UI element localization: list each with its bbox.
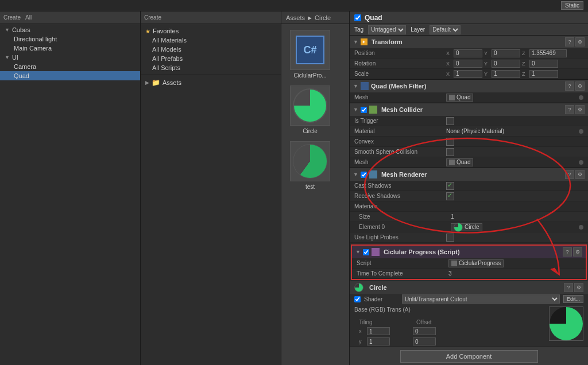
mesh-collider-settings-btn[interactable]: ? [565,105,574,114]
fav-all-scripts[interactable]: All Scripts [141,63,281,72]
scale-z-input[interactable] [529,70,558,78]
static-badge[interactable]: Static [561,1,583,10]
is-trigger-checkbox[interactable] [446,117,454,125]
x-tiling-input[interactable] [367,327,390,335]
mesh-collider-gear-btn[interactable]: ⚙ [575,105,585,114]
mesh-filter-gear-btn[interactable]: ⚙ [575,81,585,91]
position-x-input[interactable] [454,49,482,57]
base-rgb-section: Base (RGB) Trans (A) Tiling Offset x [350,304,588,347]
y-tiling-row: y [359,337,579,346]
mesh-filter-section: ▼ Quad (Mesh Filter) ? ⚙ Mesh [350,80,588,103]
script-ref-value: CiclularProgress [448,259,581,267]
hier-item-maincamera[interactable]: Main Camera [0,44,140,53]
rotation-x-input[interactable] [454,60,482,68]
favorites-header[interactable]: ★ Favorites [141,26,281,36]
script-section: ▼ Ciclular Progress (Script) ? ⚙ Script [351,244,587,280]
convex-value [446,138,583,146]
y-tiling-input[interactable] [367,337,390,345]
mesh-filter-settings: ? ⚙ [565,81,585,91]
scale-label: Scale [354,71,446,77]
texture-preview [550,307,583,340]
position-y-input[interactable] [492,49,520,57]
fav-all-prefabs[interactable]: All Prefabs [141,54,281,63]
smooth-checkbox[interactable] [446,148,454,156]
collider-material-dot [579,129,583,134]
script-header[interactable]: ▼ Ciclular Progress (Script) ? ⚙ [352,246,586,258]
asset-item-circle[interactable]: Circle [287,86,333,134]
mesh-collider-header[interactable]: ▼ Mesh Collider ? ⚙ [350,103,588,116]
object-name: Quad [365,14,382,22]
transform-title: Transform [372,38,563,45]
create-label[interactable]: Create [3,14,21,21]
is-trigger-row: Is Trigger [350,116,588,126]
fav-all-materials[interactable]: All Materials [141,36,281,45]
favorites-section: ★ Favorites All Materials All Models All… [141,24,281,75]
circle-material-header[interactable]: Circle ? ⚙ [350,281,588,294]
asset-label-circle: Circle [303,128,318,134]
shader-row: Shader Unlit/Transparent Cutout Edit... [350,294,588,304]
mesh-renderer-settings-btn[interactable]: ? [565,170,574,179]
hier-item-quad[interactable]: Quad [0,71,140,80]
mesh-renderer-header[interactable]: ▼ Mesh Renderer ? ⚙ [350,168,588,181]
x-offset-input[interactable] [413,327,436,335]
mesh-filter-title: Quad (Mesh Filter) [371,83,563,90]
size-label: Size [359,213,451,220]
rotation-y-input[interactable] [492,60,520,68]
transform-settings-btn[interactable]: ? [565,37,574,46]
mesh-renderer-settings: ? ⚙ [565,170,585,179]
y-offset-input[interactable] [413,337,436,345]
hier-label-quad: Quad [14,72,29,79]
scale-y-input[interactable] [492,70,520,78]
script-gear-btn[interactable]: ⚙ [573,247,582,257]
transform-gear-btn[interactable]: ⚙ [575,37,585,46]
x-offset-sub [413,327,436,335]
mesh-renderer-enabled[interactable] [361,172,367,178]
light-probes-checkbox[interactable] [446,234,454,242]
add-component-button[interactable]: Add Component [400,350,538,363]
mesh-filter-settings-btn[interactable]: ? [565,81,574,91]
mesh-filter-header[interactable]: ▼ Quad (Mesh Filter) ? ⚙ [350,80,588,92]
shader-select[interactable]: Unlit/Transparent Cutout [402,294,560,304]
rotation-z-input[interactable] [529,60,558,68]
element0-value: Circle [451,223,583,231]
asset-item-script[interactable]: C# CiclularPro... [287,30,333,79]
script-ref-row: Script CiclularProgress [352,258,586,269]
collider-mesh-ref: Quad [446,158,473,166]
cs-icon: C# [296,36,324,64]
fav-all-models[interactable]: All Models [141,45,281,54]
asset-item-test[interactable]: test [287,141,333,190]
project-create-label[interactable]: Create [144,14,161,21]
shader-checkbox[interactable] [354,296,361,302]
tag-select[interactable]: Untagged [368,25,406,34]
hier-item-directional[interactable]: Directional light [0,34,140,44]
tiling-col-label: Tiling [359,319,405,325]
position-z-input[interactable] [529,49,567,57]
all-label[interactable]: All [25,14,32,21]
mesh-renderer-gear-btn[interactable]: ⚙ [575,170,585,179]
circle-mat-settings: ? ⚙ [564,283,583,292]
cast-shadows-checkbox[interactable] [446,182,454,190]
hier-item-camera[interactable]: Camera [0,62,140,71]
circle-mat-settings-btn[interactable]: ? [564,283,573,292]
assets-folder[interactable]: ▶ 📁 Assets [145,77,276,88]
script-enabled[interactable] [363,249,369,255]
script-settings-btn[interactable]: ? [563,247,572,257]
convex-checkbox[interactable] [446,138,454,146]
hier-item-ui[interactable]: ▼ UI [0,53,140,62]
transform-header[interactable]: ▼ ✦ Transform ? ⚙ [350,36,588,48]
active-checkbox[interactable] [354,14,361,21]
mesh-filter-mesh-row: Mesh Quad [350,92,588,103]
layer-select[interactable]: Default [430,25,461,34]
light-probes-value [446,234,583,242]
tag-label: Tag [354,26,363,33]
circle-mat-gear-btn[interactable]: ⚙ [574,283,583,292]
mesh-renderer-icon [369,170,377,178]
receive-shadows-checkbox[interactable] [446,192,454,200]
hier-item-cubes[interactable]: ▼ Cubes [0,25,140,34]
collider-mesh-label: Mesh [354,159,446,165]
tag-layer-row: Tag Untagged Layer Default [350,24,588,36]
edit-shader-btn[interactable]: Edit... [563,295,583,303]
assets-folder-label: Assets [163,79,181,86]
scale-x-input[interactable] [454,70,482,78]
mesh-collider-enabled[interactable] [361,107,367,113]
